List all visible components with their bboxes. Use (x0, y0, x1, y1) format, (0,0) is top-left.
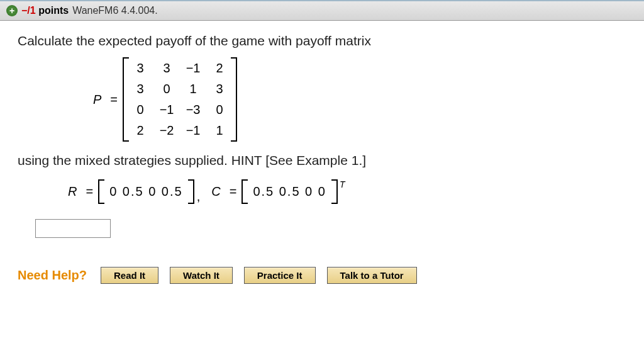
talk-to-tutor-button[interactable]: Talk to a Tutor (327, 267, 417, 284)
C-values: 0.5 0.5 0 0 (248, 179, 331, 204)
watch-it-button[interactable]: Watch It (170, 267, 233, 284)
matrix-P-grid: 3 3 −1 2 3 0 1 3 0 −1 −3 0 2 −2 −1 1 (129, 57, 231, 142)
R-vector: 0 0.5 0 0.5 (98, 179, 194, 204)
hint-text: using the mixed strategies supplied. HIN… (18, 153, 626, 168)
practice-it-button[interactable]: Practice It (244, 267, 316, 284)
cell: −3 (186, 103, 201, 117)
cell: 0 (159, 82, 174, 96)
cell: 3 (159, 61, 174, 76)
C-label: C (211, 184, 220, 199)
bracket-left-icon (123, 57, 129, 142)
cell: 3 (133, 82, 148, 96)
question-header: + −/1 points WaneFM6 4.4.004. (0, 0, 644, 21)
bracket-left-icon (98, 179, 104, 204)
cell: −1 (186, 61, 201, 76)
equals-sign: = (110, 93, 118, 107)
bracket-right-icon (188, 179, 194, 204)
points-value: −/1 (21, 5, 36, 16)
points-label: points (38, 5, 69, 16)
read-it-button[interactable]: Read It (101, 267, 158, 284)
prompt-text: Calculate the expected payoff of the gam… (18, 33, 626, 48)
cell: 1 (186, 82, 201, 96)
transpose-superscript: T (340, 179, 345, 189)
cell: 3 (212, 82, 227, 96)
bracket-right-icon (231, 57, 237, 142)
need-help-label: Need Help? (18, 268, 87, 283)
matrix-P-label: P (93, 93, 101, 107)
question-source: WaneFM6 4.4.004. (72, 5, 157, 16)
cell: 1 (212, 123, 227, 138)
cell: 2 (133, 123, 148, 138)
cell: 3 (133, 61, 148, 76)
cell: 0 (133, 103, 148, 117)
cell: −2 (159, 123, 174, 138)
question-content: Calculate the expected payoff of the gam… (0, 21, 644, 267)
cell: −1 (186, 123, 201, 138)
separator-comma: , (197, 189, 201, 204)
cell: 2 (212, 61, 227, 76)
rc-strategies: R = 0 0.5 0 0.5 , C = 0.5 0.5 0 0 T (68, 179, 626, 204)
R-values: 0 0.5 0 0.5 (104, 179, 188, 204)
equals-sign: = (230, 184, 237, 199)
help-row: Need Help? Read It Watch It Practice It … (0, 267, 644, 296)
answer-input[interactable] (35, 219, 111, 238)
bracket-right-icon (331, 179, 338, 204)
R-label: R (68, 184, 77, 199)
matrix-P: P = 3 3 −1 2 3 0 1 3 0 −1 −3 0 2 −2 −1 1 (93, 57, 626, 142)
cell: −1 (159, 103, 174, 117)
equals-sign: = (86, 184, 93, 199)
C-vector: 0.5 0.5 0 0 (242, 179, 338, 204)
cell: 0 (212, 103, 227, 117)
bracket-left-icon (242, 179, 248, 204)
expand-icon[interactable]: + (6, 5, 18, 16)
